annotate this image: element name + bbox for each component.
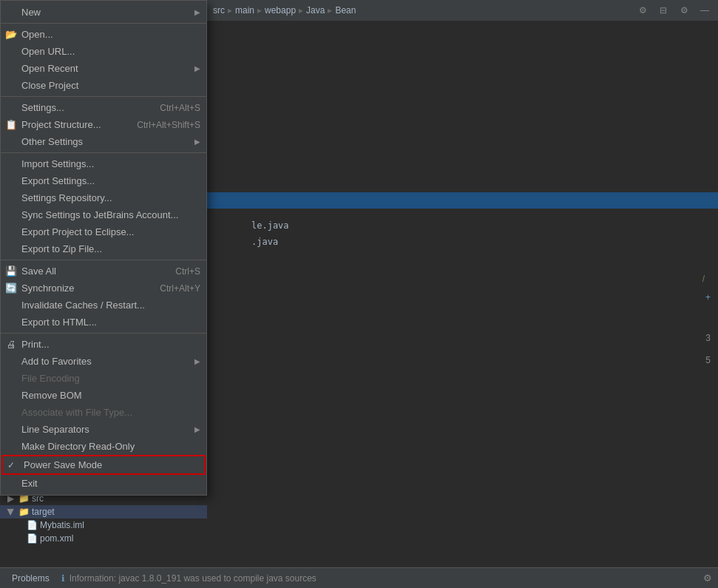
gear-icon[interactable]: ⚙ [677, 3, 691, 18]
status-gear-icon[interactable]: ⚙ [703, 572, 712, 584]
menu-label-project-structure: Project Structure... [21, 119, 122, 130]
menu-label-settings: Settings... [21, 102, 145, 113]
menu-label-settings-repo: Settings Repository... [21, 192, 200, 203]
menu-item-export-eclipse[interactable]: Export Project to Eclipse... [1, 223, 206, 240]
folder-icon-target: 📁 [18, 507, 29, 517]
info-icon: ℹ [61, 573, 65, 584]
menu-item-import-settings[interactable]: Import Settings... [1, 155, 206, 172]
menu-item-export-zip[interactable]: Export to Zip File... [1, 240, 206, 257]
menu-item-open[interactable]: 📂 Open... [1, 26, 206, 43]
tree-label-pom-xml-2: pom.xml [40, 533, 73, 544]
xml-icon-pom2: 📄 [27, 533, 37, 544]
menu-item-new[interactable]: New ▶ [1, 4, 206, 21]
breadcrumb-bean[interactable]: Bean [335, 5, 356, 16]
code-text-1: le.java [251, 220, 289, 231]
separator-1 [1, 96, 206, 97]
menu-label-exit: Exit [21, 478, 200, 489]
save-icon: 💾 [5, 266, 17, 277]
menu-item-open-url[interactable]: Open URL... [1, 43, 206, 60]
separator-3 [1, 260, 206, 260]
menu-arrow-line-separators: ▶ [194, 425, 200, 433]
file-menu-dropdown: New ▶ 📂 Open... Open URL... Open Recent … [0, 0, 207, 496]
menu-item-print[interactable]: 🖨 Print... [1, 336, 206, 353]
menu-item-sync-settings[interactable]: Sync Settings to JetBrains Account... [1, 206, 206, 223]
menu-arrow-add-favorites: ▶ [194, 357, 200, 365]
separator-after-new [1, 23, 206, 24]
breadcrumb-main[interactable]: main [235, 5, 254, 16]
menu-label-print: Print... [21, 339, 200, 350]
menu-item-power-save[interactable]: ✓ Power Save Mode [1, 455, 206, 475]
menu-label-close-project: Close Project [21, 80, 200, 91]
status-info-text: Information: javac 1.8.0_191 was used to… [70, 573, 316, 584]
menu-shortcut-save-all: Ctrl+S [175, 266, 200, 277]
menu-label-export-html: Export to HTML... [21, 317, 200, 328]
menu-shortcut-project-structure: Ctrl+Alt+Shift+S [137, 120, 200, 130]
menu-label-new: New [21, 7, 192, 18]
menu-label-synchronize: Synchronize [21, 283, 145, 294]
menu-item-associate-file: Associate with File Type... [1, 404, 206, 421]
menu-label-export-zip: Export to Zip File... [21, 243, 200, 254]
menu-shortcut-synchronize: Ctrl+Alt+Y [160, 283, 200, 294]
power-save-check-icon: ✓ [7, 460, 15, 470]
breadcrumb-sep-3: ▸ [299, 5, 303, 16]
menu-label-associate-file: Associate with File Type... [21, 407, 200, 418]
breadcrumb-java[interactable]: Java [306, 5, 325, 16]
menu-item-save-all[interactable]: 💾 Save All Ctrl+S [1, 263, 206, 280]
breadcrumb-sep-2: ▸ [257, 5, 262, 16]
menu-item-other-settings[interactable]: Other Settings ▶ [1, 133, 206, 150]
open-icon: 📂 [5, 29, 17, 41]
breadcrumb-src[interactable]: src [213, 5, 225, 16]
menu-item-invalidate[interactable]: Invalidate Caches / Restart... [1, 297, 206, 314]
menu-item-make-readonly[interactable]: Make Directory Read-Only [1, 438, 206, 455]
arrow-icon-target: ▶ [6, 509, 16, 516]
menu-item-exit[interactable]: Exit [1, 475, 206, 492]
menu-label-line-separators: Line Separators [21, 424, 192, 435]
menu-item-remove-bom[interactable]: Remove BOM [1, 387, 206, 404]
menu-label-make-readonly: Make Directory Read-Only [21, 441, 200, 452]
menu-item-line-separators[interactable]: Line Separators ▶ [1, 421, 206, 438]
breadcrumb-sep-4: ▸ [328, 5, 332, 16]
separator-2 [1, 152, 206, 153]
menu-label-file-encoding: File Encoding [21, 373, 200, 384]
menu-label-open: Open... [21, 29, 200, 40]
menu-label-other-settings: Other Settings [21, 136, 192, 147]
menu-label-invalidate: Invalidate Caches / Restart... [21, 300, 200, 311]
minimize-icon[interactable]: — [697, 3, 712, 18]
separator-4 [1, 333, 206, 334]
code-line-number-1: 3 [705, 333, 711, 343]
code-indicator-comment: / [702, 274, 705, 284]
menu-arrow-new: ▶ [194, 8, 200, 16]
tree-item-pom-xml-2[interactable]: 📄 pom.xml [0, 532, 207, 545]
menu-item-add-favorites[interactable]: Add to Favorites ▶ [1, 353, 206, 370]
problems-label[interactable]: Problems [6, 573, 55, 584]
menu-item-close-project[interactable]: Close Project [1, 77, 206, 94]
code-highlight-bar [207, 192, 718, 209]
menu-label-sync-settings: Sync Settings to JetBrains Account... [21, 209, 200, 220]
menu-item-project-structure[interactable]: 📋 Project Structure... Ctrl+Alt+Shift+S [1, 116, 206, 133]
menu-item-export-html[interactable]: Export to HTML... [1, 314, 206, 331]
split-icon[interactable]: ⊟ [656, 3, 671, 18]
menu-item-settings-repo[interactable]: Settings Repository... [1, 189, 206, 206]
sync-icon: 🔄 [5, 283, 17, 294]
menu-item-export-settings[interactable]: Export Settings... [1, 172, 206, 189]
menu-label-power-save: Power Save Mode [24, 459, 198, 470]
tree-label-mybatis-iml: Mybatis.iml [40, 520, 84, 530]
print-icon: 🖨 [5, 339, 17, 351]
menu-label-import-settings: Import Settings... [21, 158, 200, 169]
tree-item-target[interactable]: ▶ 📁 target [0, 505, 207, 518]
status-info: ℹ Information: javac 1.8.0_191 was used … [61, 573, 316, 584]
menu-label-export-settings: Export Settings... [21, 175, 200, 186]
menu-label-export-eclipse: Export Project to Eclipse... [21, 226, 200, 237]
breadcrumb-webapp[interactable]: webapp [265, 5, 296, 16]
menu-item-synchronize[interactable]: 🔄 Synchronize Ctrl+Alt+Y [1, 280, 206, 297]
menu-label-open-url: Open URL... [21, 46, 200, 57]
menu-item-open-recent[interactable]: Open Recent ▶ [1, 60, 206, 77]
status-bar: Problems ℹ Information: javac 1.8.0_191 … [0, 567, 718, 588]
settings-icon[interactable]: ⚙ [635, 3, 650, 18]
menu-item-settings[interactable]: Settings... Ctrl+Alt+S [1, 99, 206, 116]
menu-arrow-other-settings: ▶ [194, 138, 200, 146]
tree-item-mybatis-iml[interactable]: 📄 Mybatis.iml [0, 518, 207, 532]
menu-arrow-open-recent: ▶ [194, 64, 200, 72]
menu-item-file-encoding: File Encoding [1, 370, 206, 387]
code-text-2: .java [251, 237, 278, 247]
